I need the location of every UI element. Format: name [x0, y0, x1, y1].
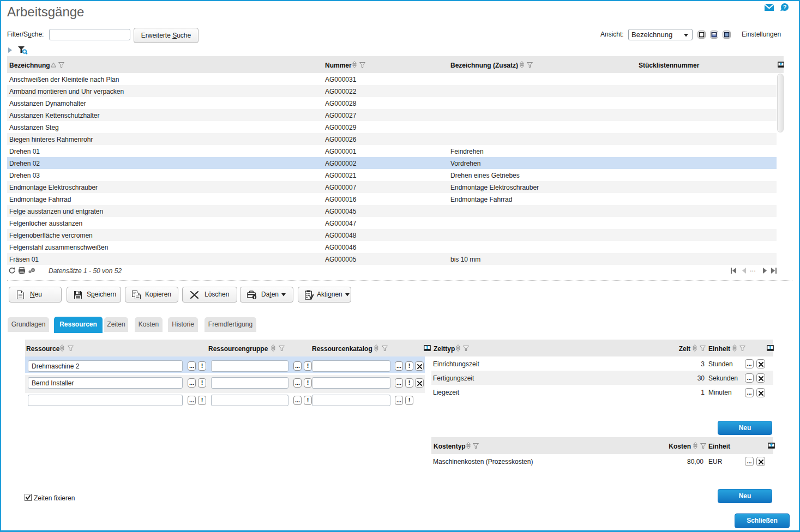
svg-text:?: ? — [783, 4, 787, 10]
